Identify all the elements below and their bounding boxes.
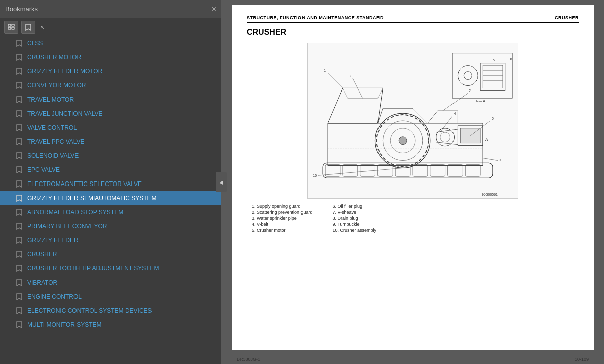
- svg-text:8: 8: [510, 57, 512, 61]
- svg-text:3: 3: [349, 74, 351, 78]
- bookmark-label-solenoid-valve: SOLENOID VALVE: [27, 152, 79, 159]
- svg-rect-3: [12, 27, 14, 29]
- bookmark-icon-vibrator: [15, 279, 23, 287]
- bookmarks-list[interactable]: CLSSCRUSHER MOTORGRIZZLY FEEDER MOTORCON…: [0, 36, 221, 364]
- bookmark-icon-travel-motor: [15, 96, 23, 104]
- bookmark-icon-electromagnetic-selector-valve: [15, 180, 23, 188]
- bookmarks-panel: Bookmarks × ↖ CLSSCRUSHER MOTORGRIZZLY F…: [0, 0, 221, 364]
- bookmarks-panel-title: Bookmarks: [5, 5, 38, 13]
- bookmark-item-grizzly-feeder-semiautomatic-system[interactable]: GRIZZLY FEEDER SEMIAUTOMATIC SYSTEM: [0, 191, 221, 205]
- bookmark-label-engine-control: ENGINE CONTROL: [27, 293, 82, 300]
- svg-text:9: 9: [499, 158, 501, 162]
- legend-item-10: 10. Crusher assembly: [333, 228, 377, 233]
- legend-item-8: 8. Drain plug: [333, 216, 377, 221]
- svg-text:2: 2: [469, 89, 471, 93]
- svg-text:A: A: [485, 137, 488, 142]
- bookmark-item-clss[interactable]: CLSS: [0, 36, 221, 50]
- legend-col-2: 6. Oil filler plug 7. V-sheave 8. Drain …: [333, 204, 377, 233]
- bookmark-icon-abnormal-load-stop-system: [15, 208, 23, 216]
- bookmark-item-electromagnetic-selector-valve[interactable]: ELECTROMAGNETIC SELECTOR VALVE: [0, 177, 221, 191]
- cursor-indicator: ↖: [40, 24, 45, 31]
- bookmark-item-conveyor-motor[interactable]: CONVEYOR MOTOR: [0, 78, 221, 93]
- bookmark-label-electronic-control-system-devices: ELECTRONIC CONTROL SYSTEM DEVICES: [27, 307, 152, 314]
- doc-header-left: STRUCTURE, FUNCTION AND MAINTENANCE STAN…: [247, 15, 384, 20]
- bookmark-label-epc-valve: EPC VALVE: [27, 166, 60, 173]
- legend-item-6: 6. Oil filler plug: [333, 204, 377, 209]
- bookmark-item-solenoid-valve[interactable]: SOLENOID VALVE: [0, 149, 221, 163]
- bookmarks-header: Bookmarks ×: [0, 0, 221, 18]
- bookmark-label-valve-control: VALVE CONTROL: [27, 124, 77, 131]
- legend-item-4: 4. V-belt: [252, 222, 313, 227]
- doc-title: CRUSHER: [247, 28, 579, 37]
- bookmark-label-crusher-motor: CRUSHER MOTOR: [27, 54, 81, 61]
- bookmark-icon-travel-ppc-valve: [15, 138, 23, 146]
- doc-footer-right: 10-109: [575, 357, 589, 362]
- diagram-image: A — A 5 8: [307, 43, 518, 199]
- doc-legend: 1. Supply opening guard 2. Scattering pr…: [247, 204, 579, 233]
- svg-rect-1: [12, 24, 14, 26]
- close-button[interactable]: ×: [212, 5, 216, 13]
- bookmark-icon-crusher-motor: [15, 53, 23, 61]
- bookmark-item-primary-belt-conveyor[interactable]: PRIMARY BELT CONVEYOR: [0, 219, 221, 233]
- bookmark-label-crusher: CRUSHER: [27, 251, 57, 258]
- bookmark-label-travel-ppc-valve: TRAVEL PPC VALVE: [27, 138, 85, 145]
- bookmark-item-travel-ppc-valve[interactable]: TRAVEL PPC VALVE: [0, 135, 221, 149]
- bookmark-label-vibrator: VIBRATOR: [27, 279, 57, 286]
- doc-header-right: CRUSHER: [555, 15, 579, 20]
- document-panel: STRUCTURE, FUNCTION AND MAINTENANCE STAN…: [221, 0, 604, 364]
- bookmark-item-grizzly-feeder[interactable]: GRIZZLY FEEDER: [0, 233, 221, 247]
- bookmark-item-valve-control[interactable]: VALVE CONTROL: [0, 121, 221, 135]
- bookmark-item-multi-monitor-system[interactable]: MULTI MONITOR SYSTEM: [0, 318, 221, 332]
- bookmark-label-clss: CLSS: [27, 40, 43, 47]
- bookmark-label-travel-motor: TRAVEL MOTOR: [27, 96, 74, 103]
- bookmark-icon-grizzly-feeder: [15, 236, 23, 244]
- legend-col-1: 1. Supply opening guard 2. Scattering pr…: [252, 204, 313, 233]
- bookmark-item-crusher-tooth-tip-adjustment-system[interactable]: CRUSHER TOOTH TIP ADJUSTMENT SYSTEM: [0, 261, 221, 276]
- bookmark-item-travel-motor[interactable]: TRAVEL MOTOR: [0, 93, 221, 107]
- bookmark-icon-electronic-control-system-devices: [15, 307, 23, 315]
- legend-item-3: 3. Water sprinkler pipe: [252, 216, 313, 221]
- diagram-code-text: 9JG00561: [482, 193, 498, 196]
- bookmark-label-grizzly-feeder: GRIZZLY FEEDER: [27, 237, 79, 244]
- bookmark-view-button[interactable]: [21, 21, 35, 34]
- document-page: STRUCTURE, FUNCTION AND MAINTENANCE STAN…: [232, 5, 594, 350]
- expand-collapse-button[interactable]: [4, 21, 18, 34]
- svg-rect-0: [8, 24, 11, 26]
- svg-text:A — A: A — A: [475, 99, 485, 103]
- svg-rect-2: [8, 27, 11, 29]
- svg-text:5: 5: [493, 58, 495, 62]
- bookmark-item-epc-valve[interactable]: EPC VALVE: [0, 163, 221, 177]
- doc-footer-left: BR380JG-1: [237, 357, 260, 362]
- svg-text:10: 10: [313, 174, 317, 177]
- bookmark-icon-grizzly-feeder-motor: [15, 67, 23, 75]
- bookmark-label-grizzly-feeder-semiautomatic-system: GRIZZLY FEEDER SEMIAUTOMATIC SYSTEM: [27, 195, 156, 202]
- bookmark-item-crusher-motor[interactable]: CRUSHER MOTOR: [0, 50, 221, 64]
- bookmark-label-primary-belt-conveyor: PRIMARY BELT CONVEYOR: [27, 223, 107, 230]
- bookmark-label-multi-monitor-system: MULTI MONITOR SYSTEM: [27, 321, 102, 328]
- bookmark-label-electromagnetic-selector-valve: ELECTROMAGNETIC SELECTOR VALVE: [27, 180, 142, 188]
- bookmark-item-crusher[interactable]: CRUSHER: [0, 247, 221, 261]
- bookmark-item-abnormal-load-stop-system[interactable]: ABNORMAL LOAD STOP SYSTEM: [0, 205, 221, 219]
- bookmark-icon-crusher-tooth-tip-adjustment-system: [15, 264, 23, 272]
- bookmark-icon-conveyor-motor: [15, 81, 23, 89]
- bookmark-item-travel-junction-valve[interactable]: TRAVEL JUNCTION VALVE: [0, 107, 221, 121]
- svg-text:5: 5: [492, 117, 494, 120]
- list-icon: [8, 24, 15, 31]
- bookmark-label-travel-junction-valve: TRAVEL JUNCTION VALVE: [27, 110, 103, 117]
- bookmark-icon-epc-valve: [15, 166, 23, 174]
- bookmark-icon-primary-belt-conveyor: [15, 222, 23, 230]
- bookmark-icon-engine-control: [15, 293, 23, 301]
- bookmark-item-electronic-control-system-devices[interactable]: ELECTRONIC CONTROL SYSTEM DEVICES: [0, 304, 221, 318]
- legend-item-9: 9. Turnbuckle: [333, 222, 377, 227]
- collapse-panel-handle[interactable]: [216, 172, 226, 192]
- doc-header: STRUCTURE, FUNCTION AND MAINTENANCE STAN…: [247, 15, 579, 23]
- bookmark-item-grizzly-feeder-motor[interactable]: GRIZZLY FEEDER MOTOR: [0, 64, 221, 78]
- bookmark-item-engine-control[interactable]: ENGINE CONTROL: [0, 290, 221, 304]
- bookmark-icon-crusher: [15, 250, 23, 258]
- bookmark-item-vibrator[interactable]: VIBRATOR: [0, 276, 221, 290]
- svg-point-30: [399, 137, 407, 145]
- doc-footer: BR380JG-1 10-109: [221, 355, 604, 364]
- bookmark-icon-solenoid-valve: [15, 152, 23, 160]
- legend-item-2: 2. Scattering prevention guard: [252, 210, 313, 215]
- legend-item-1: 1. Supply opening guard: [252, 204, 313, 209]
